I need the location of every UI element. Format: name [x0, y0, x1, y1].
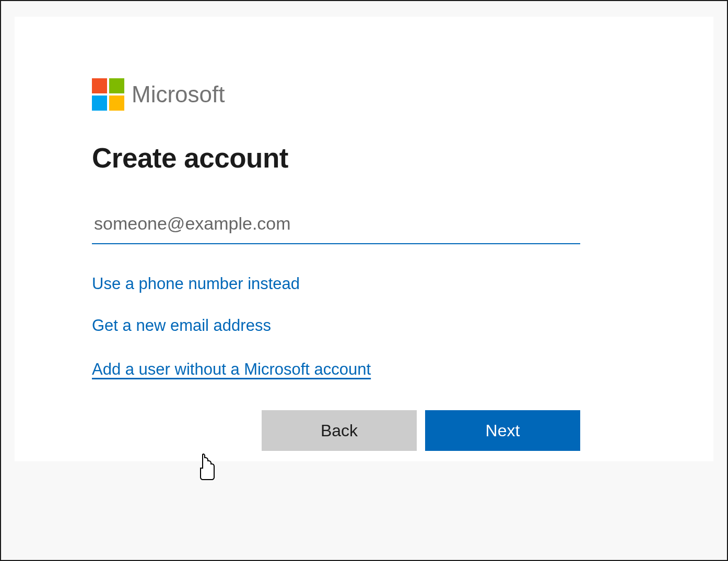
next-button[interactable]: Next: [425, 410, 580, 451]
page-title: Create account: [92, 142, 636, 174]
logo-square-green: [109, 78, 124, 93]
add-user-without-account-link[interactable]: Add a user without a Microsoft account: [92, 360, 371, 379]
pointer-cursor-icon: [195, 452, 219, 483]
brand-name: Microsoft: [132, 81, 225, 108]
logo-square-blue: [92, 96, 107, 111]
back-button[interactable]: Back: [262, 410, 417, 451]
microsoft-logo-icon: [92, 78, 124, 111]
button-row: Back Next: [92, 410, 580, 451]
create-account-dialog: Microsoft Create account Use a phone num…: [15, 17, 713, 461]
logo-square-red: [92, 78, 107, 93]
logo-square-yellow: [109, 96, 124, 111]
new-email-link[interactable]: Get a new email address: [92, 316, 271, 335]
email-field[interactable]: [92, 210, 580, 244]
brand-row: Microsoft: [92, 78, 636, 111]
use-phone-link[interactable]: Use a phone number instead: [92, 274, 300, 293]
